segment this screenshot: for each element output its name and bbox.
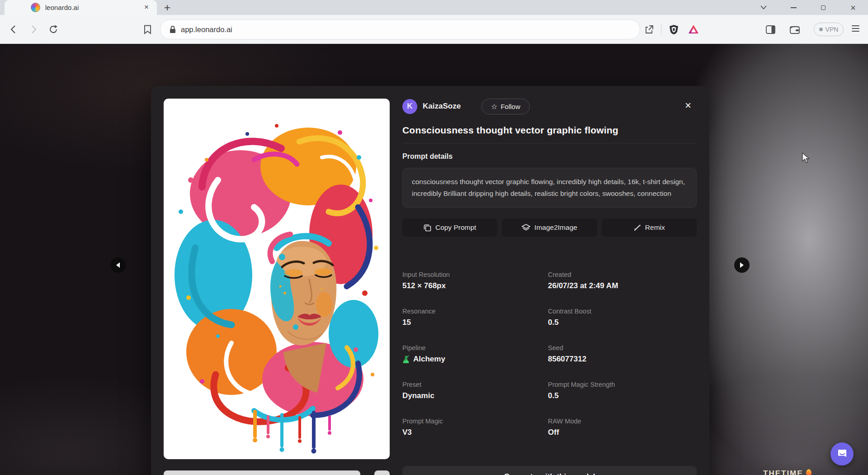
alchemy-flask-icon xyxy=(402,355,410,364)
creator-header: K KaizaSoze ☆ Follow × xyxy=(402,99,697,114)
prompt-details-heading: Prompt details xyxy=(402,152,697,161)
detail-panel: K KaizaSoze ☆ Follow × Consciousness tho… xyxy=(402,99,697,437)
copy-prompt-label: Copy Prompt xyxy=(435,223,476,232)
site-favicon-icon xyxy=(31,3,40,12)
browser-tab[interactable]: leonardo.ai × xyxy=(5,0,157,15)
brave-shield-icon[interactable] xyxy=(668,24,679,35)
chevron-left-icon xyxy=(116,262,120,268)
detail-pipeline: Pipeline Alchemy xyxy=(402,344,548,364)
chevron-right-icon xyxy=(740,262,744,268)
lock-icon xyxy=(170,25,176,33)
generation-details: Input Resolution512 × 768px Created26/07… xyxy=(402,271,697,437)
detail-raw-mode: RAW ModeOff xyxy=(548,418,697,437)
wallet-icon[interactable] xyxy=(789,24,800,35)
thumbnail-strip-partial[interactable] xyxy=(164,470,360,475)
action-buttons: Copy Prompt Image2Image Remix xyxy=(402,218,697,237)
chat-launcher-button[interactable] xyxy=(830,442,854,466)
modal-close-button[interactable]: × xyxy=(685,99,691,112)
tab-title: leonardo.ai xyxy=(45,4,79,11)
detail-prompt-magic-strength: Prompt Magic Strength0.5 xyxy=(548,381,697,400)
forward-button[interactable] xyxy=(28,24,39,35)
detail-seed: Seed856077312 xyxy=(548,344,697,364)
tab-search-chevron-icon[interactable] xyxy=(749,0,778,15)
tab-strip: leonardo.ai × + × xyxy=(0,0,868,15)
share-icon[interactable] xyxy=(644,24,655,35)
toolbar-divider xyxy=(661,24,661,35)
detail-input-resolution: Input Resolution512 × 768px xyxy=(402,271,548,290)
watermark-text: THETIME xyxy=(763,469,803,475)
follow-button[interactable]: ☆ Follow xyxy=(481,99,530,114)
menu-icon[interactable] xyxy=(852,25,859,32)
vpn-button[interactable]: VPN xyxy=(814,23,844,36)
layers-icon xyxy=(522,224,530,232)
next-image-button[interactable] xyxy=(734,257,750,273)
generate-with-model-button[interactable]: Generate with this model xyxy=(402,466,697,475)
detail-created: Created26/07/23 at 2:49 AM xyxy=(548,271,697,290)
new-tab-button[interactable]: + xyxy=(161,1,174,14)
window-controls: × xyxy=(749,0,868,15)
browser-window: leonardo.ai × + × app.leonardo.ai xyxy=(0,0,868,475)
reload-button[interactable] xyxy=(48,24,59,35)
detail-contrast-boost: Contrast Boost0.5 xyxy=(548,308,697,327)
window-close-button[interactable]: × xyxy=(838,0,868,15)
chat-bubble-icon xyxy=(836,448,848,460)
restore-button[interactable] xyxy=(808,0,838,15)
url-text: app.leonardo.ai xyxy=(181,25,232,34)
mouse-cursor xyxy=(802,152,811,166)
thumbnail-partial[interactable] xyxy=(374,470,390,475)
copy-prompt-button[interactable]: Copy Prompt xyxy=(402,218,497,237)
remix-button[interactable]: Remix xyxy=(602,218,697,237)
vpn-status-dot-icon xyxy=(819,28,823,31)
vpn-label: VPN xyxy=(826,26,839,33)
detail-preset: PresetDynamic xyxy=(402,381,548,400)
flame-icon xyxy=(806,469,811,475)
avatar[interactable]: K xyxy=(402,99,417,114)
address-bar[interactable]: app.leonardo.ai xyxy=(160,19,640,39)
copy-icon xyxy=(424,224,431,232)
pipeline-value: Alchemy xyxy=(413,355,445,364)
brave-rewards-triangle-icon[interactable] xyxy=(688,24,699,35)
star-icon: ☆ xyxy=(491,102,497,111)
prompt-text: consciousness thought vector graphic flo… xyxy=(402,168,697,208)
detail-resonance: Resonance15 xyxy=(402,308,548,327)
image-detail-modal: K KaizaSoze ☆ Follow × Consciousness tho… xyxy=(151,86,709,475)
bookmark-icon[interactable] xyxy=(142,24,153,35)
creator-name[interactable]: KaizaSoze xyxy=(423,102,461,111)
back-button[interactable] xyxy=(8,24,19,35)
minimize-button[interactable] xyxy=(778,0,808,15)
image2image-button[interactable]: Image2Image xyxy=(502,218,597,237)
divider xyxy=(402,143,697,143)
tab-close-icon[interactable]: × xyxy=(142,2,151,12)
detail-prompt-magic: Prompt MagicV3 xyxy=(402,418,548,437)
generated-image[interactable] xyxy=(164,99,390,459)
browser-toolbar: app.leonardo.ai VPN xyxy=(0,15,868,44)
previous-image-button[interactable] xyxy=(110,257,126,273)
image-title: Consciousness thought vector graphic flo… xyxy=(402,125,697,136)
wand-icon xyxy=(633,224,641,232)
watermark: THETIME xyxy=(763,469,868,475)
sidebar-panel-icon[interactable] xyxy=(765,24,776,35)
follow-label: Follow xyxy=(500,103,520,110)
image2image-label: Image2Image xyxy=(534,223,577,232)
remix-label: Remix xyxy=(645,223,665,232)
